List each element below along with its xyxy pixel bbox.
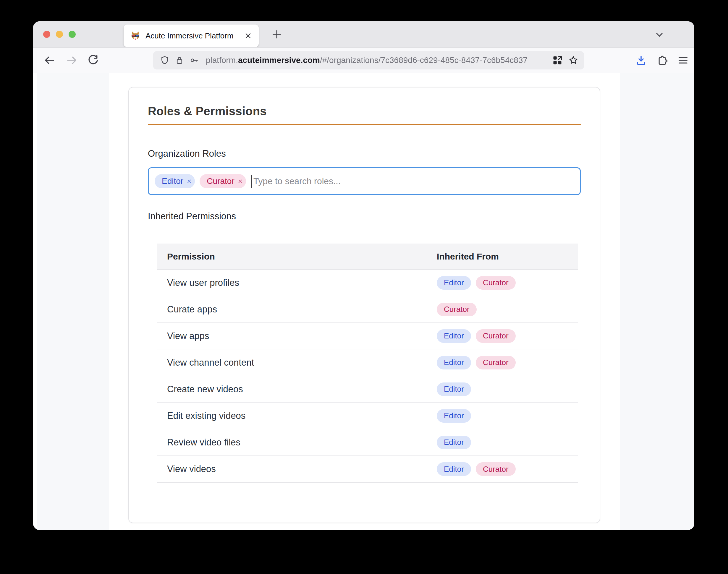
reload-button-icon[interactable] bbox=[87, 54, 99, 67]
table-row: View channel contentEditorCurator bbox=[157, 350, 578, 376]
favicon-corgi-3d-glasses-icon bbox=[130, 31, 141, 41]
inherited-permissions-label: Inherited Permissions bbox=[148, 211, 581, 222]
roles-permissions-card: Roles & Permissions Organization Roles E… bbox=[128, 87, 600, 523]
role-badge-curator: Curator bbox=[476, 462, 516, 476]
key-icon[interactable] bbox=[189, 55, 199, 65]
left-gutter bbox=[37, 73, 109, 530]
orange-divider bbox=[148, 124, 581, 125]
inherited-from-badges: EditorCurator bbox=[437, 329, 578, 343]
permission-label: View user profiles bbox=[167, 278, 437, 288]
new-tab-button[interactable] bbox=[271, 28, 283, 40]
permission-label: Curate apps bbox=[167, 304, 437, 315]
inherited-from-badges: Editor bbox=[437, 436, 578, 449]
role-chip-curator: Curator× bbox=[200, 174, 246, 188]
url-path: /#/organizations/7c3689d6-c629-485c-8437… bbox=[320, 55, 528, 65]
inherited-from-badges: Editor bbox=[437, 382, 578, 396]
permissions-table: Permission Inherited From View user prof… bbox=[157, 244, 578, 483]
chip-remove-icon[interactable]: × bbox=[238, 177, 242, 186]
role-badge-editor: Editor bbox=[437, 436, 471, 449]
inherited-from-badges: Editor bbox=[437, 409, 578, 423]
inherited-from-badges: EditorCurator bbox=[437, 276, 578, 290]
table-row: Create new videosEditor bbox=[157, 376, 578, 403]
organization-roles-label: Organization Roles bbox=[148, 149, 581, 159]
table-row: Review video filesEditor bbox=[157, 429, 578, 456]
role-badge-editor: Editor bbox=[437, 382, 471, 396]
browser-tab[interactable]: Acute Immersive Platform bbox=[124, 25, 259, 47]
inherited-from-badges: EditorCurator bbox=[437, 462, 578, 476]
role-badge-curator: Curator bbox=[476, 276, 516, 290]
permission-label: Review video files bbox=[167, 437, 437, 448]
inherited-from-badges: EditorCurator bbox=[437, 356, 578, 369]
role-badge-editor: Editor bbox=[437, 462, 471, 476]
permission-label: View channel content bbox=[167, 357, 437, 368]
table-row: View appsEditorCurator bbox=[157, 323, 578, 350]
column-header-permission: Permission bbox=[167, 251, 437, 261]
zoom-window-button[interactable] bbox=[69, 31, 76, 38]
url-prefix: platform. bbox=[206, 55, 238, 65]
role-badge-editor: Editor bbox=[437, 276, 471, 290]
expand-grid-arrow-icon[interactable] bbox=[552, 55, 563, 66]
role-chip-editor: Editor× bbox=[155, 174, 195, 188]
browser-window: Acute Immersive Platform bbox=[33, 21, 694, 530]
column-header-inherited-from: Inherited From bbox=[437, 251, 578, 261]
chip-remove-icon[interactable]: × bbox=[187, 177, 191, 186]
page-title: Roles & Permissions bbox=[148, 105, 581, 118]
role-chip-label: Curator bbox=[207, 176, 234, 186]
page-content: Roles & Permissions Organization Roles E… bbox=[33, 73, 694, 530]
hamburger-menu-icon[interactable] bbox=[677, 54, 689, 66]
forward-button-icon[interactable] bbox=[66, 54, 78, 67]
titlebar: Acute Immersive Platform bbox=[33, 21, 694, 47]
url-text: platform.acuteimmersive.com/#/organizati… bbox=[206, 55, 547, 65]
inherited-from-badges: Curator bbox=[437, 303, 578, 316]
tab-close-icon[interactable] bbox=[244, 32, 252, 40]
role-badge-editor: Editor bbox=[437, 356, 471, 369]
bookmark-star-icon[interactable] bbox=[568, 55, 579, 66]
text-caret bbox=[251, 175, 252, 188]
url-domain: acuteimmersive.com bbox=[238, 55, 320, 65]
permission-label: View apps bbox=[167, 331, 437, 341]
role-badge-curator: Curator bbox=[476, 329, 516, 343]
traffic-lights bbox=[43, 31, 76, 38]
downloads-icon[interactable] bbox=[635, 54, 647, 66]
shield-icon[interactable] bbox=[160, 55, 170, 65]
role-badge-curator: Curator bbox=[437, 303, 477, 316]
table-body: View user profilesEditorCuratorCurate ap… bbox=[157, 270, 578, 482]
right-gutter bbox=[620, 73, 694, 530]
table-row: Curate appsCurator bbox=[157, 296, 578, 323]
table-row: Edit existing videosEditor bbox=[157, 403, 578, 429]
list-all-tabs-chevron-icon[interactable] bbox=[654, 29, 665, 40]
permission-label: Edit existing videos bbox=[167, 411, 437, 421]
permission-label: Create new videos bbox=[167, 384, 437, 395]
roles-search-input[interactable]: Editor×Curator× Type to search roles... bbox=[148, 167, 581, 195]
role-badge-curator: Curator bbox=[476, 356, 516, 369]
role-badge-editor: Editor bbox=[437, 329, 471, 343]
role-chip-label: Editor bbox=[162, 176, 183, 186]
permission-label: View videos bbox=[167, 464, 437, 475]
table-header-row: Permission Inherited From bbox=[157, 244, 578, 270]
address-bar[interactable]: platform.acuteimmersive.com/#/organizati… bbox=[153, 51, 584, 70]
close-window-button[interactable] bbox=[43, 31, 50, 38]
minimize-window-button[interactable] bbox=[56, 31, 63, 38]
roles-input-placeholder: Type to search roles... bbox=[254, 176, 341, 186]
lock-icon[interactable] bbox=[175, 55, 185, 65]
table-row: View videosEditorCurator bbox=[157, 456, 578, 482]
role-badge-editor: Editor bbox=[437, 409, 471, 423]
back-button-icon[interactable] bbox=[43, 54, 55, 67]
tab-title: Acute Immersive Platform bbox=[146, 31, 241, 40]
selected-role-chips: Editor×Curator× bbox=[155, 174, 251, 188]
extensions-puzzle-icon[interactable] bbox=[656, 54, 668, 66]
table-row: View user profilesEditorCurator bbox=[157, 270, 578, 296]
navigation-toolbar: platform.acuteimmersive.com/#/organizati… bbox=[33, 47, 694, 73]
